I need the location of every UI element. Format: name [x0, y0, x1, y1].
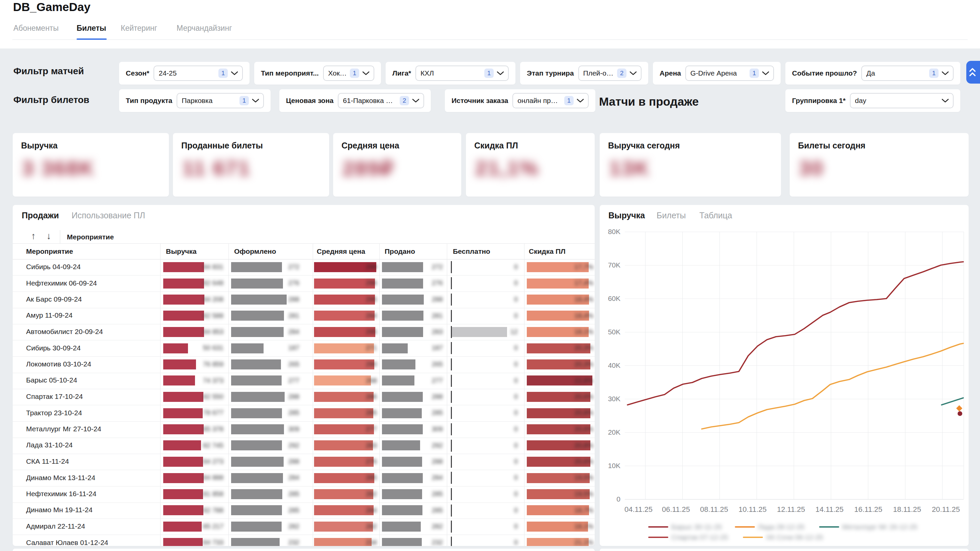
svg-text:16.11.25: 16.11.25: [854, 505, 882, 514]
svg-text:60K: 60K: [608, 295, 620, 302]
svg-text:10K: 10K: [608, 462, 620, 469]
svg-text:40K: 40K: [608, 361, 620, 369]
svg-text:12.11.25: 12.11.25: [777, 505, 805, 514]
svg-text:20K: 20K: [608, 428, 620, 436]
svg-text:80K: 80K: [608, 228, 620, 235]
svg-text:30K: 30K: [608, 395, 620, 403]
svg-text:10.11.25: 10.11.25: [738, 505, 767, 514]
svg-text:0: 0: [616, 495, 620, 503]
svg-text:04.11.25: 04.11.25: [624, 505, 652, 514]
svg-text:20.11.25: 20.11.25: [932, 505, 960, 514]
svg-text:18.11.25: 18.11.25: [893, 505, 921, 514]
svg-text:50K: 50K: [608, 328, 620, 336]
svg-text:08.11.25: 08.11.25: [700, 505, 728, 514]
svg-text:70K: 70K: [608, 261, 620, 269]
svg-text:14.11.25: 14.11.25: [815, 505, 843, 514]
svg-text:06.11.25: 06.11.25: [662, 505, 690, 514]
